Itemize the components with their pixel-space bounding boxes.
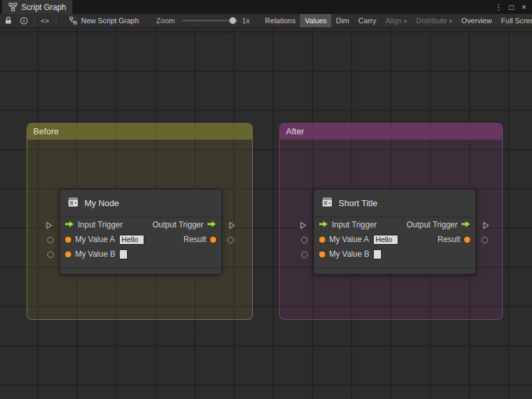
graph-asset-icon <box>69 17 77 25</box>
port-value-a[interactable]: My Value A <box>319 235 398 245</box>
value-input-port-marker[interactable] <box>301 251 308 258</box>
window-controls: ⋮ □ × <box>493 0 529 14</box>
unit-icon <box>68 197 78 209</box>
graph-selector-button[interactable]: New Script Graph <box>69 17 139 25</box>
node-my-node[interactable]: My Node Input Trigger Output Trigger <box>59 189 222 275</box>
node-header[interactable]: My Node <box>60 190 221 217</box>
script-graph-icon <box>9 3 17 11</box>
value-output-port-marker[interactable] <box>227 237 234 243</box>
unit-icon <box>322 197 332 209</box>
value-a-input[interactable] <box>119 235 144 245</box>
chevron-down-icon: ▾ <box>449 18 452 25</box>
tab-script-graph[interactable]: Script Graph <box>2 0 72 14</box>
port-value-a[interactable]: My Value A <box>65 235 144 245</box>
flow-arrow-icon <box>207 220 216 229</box>
value-port-icon <box>65 251 71 257</box>
port-row: My Value A Result <box>60 232 221 247</box>
node-footer <box>314 267 475 274</box>
close-icon[interactable]: × <box>519 3 529 12</box>
carry-button[interactable]: Carry <box>354 14 381 28</box>
port-row: My Value A Result <box>314 232 475 247</box>
flow-input-port-marker[interactable] <box>300 221 307 229</box>
zoom-slider-handle[interactable] <box>229 17 236 24</box>
value-port-icon <box>319 237 325 243</box>
value-port-icon <box>319 251 325 257</box>
value-b-input[interactable] <box>373 249 382 259</box>
value-port-icon <box>210 237 216 243</box>
graph-canvas[interactable]: Before My Node <box>0 28 532 399</box>
port-result[interactable]: Result <box>438 235 470 244</box>
value-input-port-marker[interactable] <box>47 251 54 258</box>
values-button[interactable]: Values <box>300 14 331 28</box>
port-input-trigger[interactable]: Input Trigger <box>319 220 376 229</box>
flow-arrow-icon <box>65 220 74 229</box>
port-input-trigger[interactable]: Input Trigger <box>65 220 122 229</box>
toolbar-divider <box>34 17 35 25</box>
port-output-trigger[interactable]: Output Trigger <box>406 220 470 229</box>
kebab-menu-icon[interactable]: ⋮ <box>493 3 504 12</box>
graph-toolbar: <> New Script Graph Zoom 1x Relations Va… <box>0 14 532 28</box>
node-title: My Node <box>84 198 119 208</box>
value-port-icon <box>464 237 470 243</box>
info-icon[interactable] <box>20 17 28 25</box>
lock-icon[interactable] <box>5 17 12 25</box>
zoom-value: 1x <box>242 17 250 25</box>
relations-button[interactable]: Relations <box>261 14 301 28</box>
node-footer <box>60 267 221 274</box>
code-view-icon[interactable]: <> <box>41 17 50 25</box>
chevron-down-icon: ▾ <box>404 18 407 25</box>
node-title: Short Title <box>338 198 378 208</box>
toolbar-divider <box>56 17 57 25</box>
port-row: My Value B <box>60 247 221 261</box>
group-before-header[interactable]: Before <box>27 124 252 140</box>
value-port-icon <box>65 237 71 243</box>
overview-button[interactable]: Overview <box>457 14 497 28</box>
tab-bar: Script Graph ⋮ □ × <box>0 0 532 14</box>
tab-title: Script Graph <box>21 3 66 12</box>
zoom-slider[interactable] <box>182 20 237 21</box>
node-header[interactable]: Short Title <box>314 190 475 217</box>
value-input-port-marker[interactable] <box>47 237 54 243</box>
graph-selector-label: New Script Graph <box>81 17 139 25</box>
port-row: My Value B <box>314 247 475 261</box>
flow-arrow-icon <box>462 220 470 229</box>
maximize-icon[interactable]: □ <box>506 3 517 12</box>
group-after-header[interactable]: After <box>280 124 502 140</box>
value-input-port-marker[interactable] <box>301 237 308 243</box>
value-a-input[interactable] <box>373 235 398 245</box>
port-value-b[interactable]: My Value B <box>319 249 382 259</box>
flow-output-port-marker[interactable] <box>483 221 489 229</box>
port-value-b[interactable]: My Value B <box>65 249 128 259</box>
fullscreen-button[interactable]: Full Screen <box>497 14 532 28</box>
port-result[interactable]: Result <box>184 235 216 244</box>
flow-output-port-marker[interactable] <box>229 221 235 229</box>
group-before[interactable]: Before My Node <box>27 123 253 320</box>
port-row: Input Trigger Output Trigger <box>60 217 221 232</box>
dim-button[interactable]: Dim <box>331 14 354 28</box>
node-short-title[interactable]: Short Title Input Trigger Output Trigger <box>313 189 476 275</box>
flow-input-port-marker[interactable] <box>46 221 53 229</box>
port-output-trigger[interactable]: Output Trigger <box>152 220 216 229</box>
flow-arrow-icon <box>319 220 328 229</box>
align-dropdown[interactable]: Align▾ <box>381 14 412 28</box>
zoom-label: Zoom <box>156 17 175 25</box>
group-after[interactable]: After Short Title <box>279 123 503 320</box>
port-row: Input Trigger Output Trigger <box>314 217 475 232</box>
value-output-port-marker[interactable] <box>481 237 488 243</box>
value-b-input[interactable] <box>119 249 128 259</box>
toolbar-buttons: Relations Values Dim Carry Align▾ Distri… <box>261 14 532 28</box>
distribute-dropdown[interactable]: Distribute▾ <box>412 14 457 28</box>
